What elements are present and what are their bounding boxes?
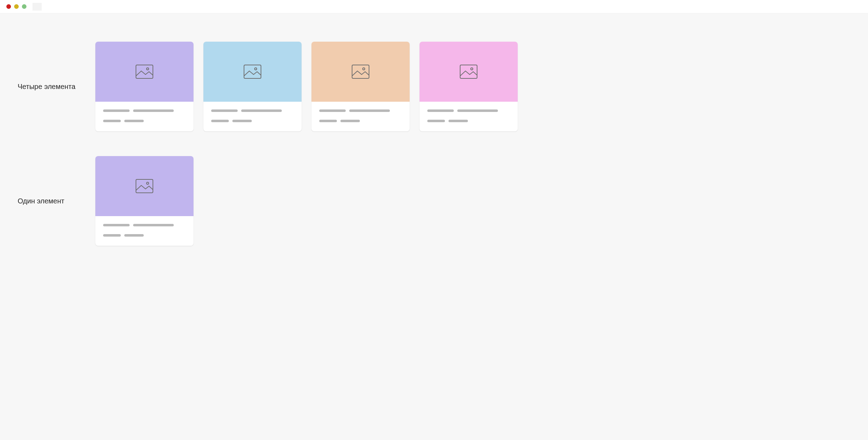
text-placeholder-line	[319, 109, 402, 112]
text-placeholder-bar	[427, 120, 445, 122]
text-placeholder-bar	[211, 120, 229, 122]
window-close-button[interactable]	[6, 4, 11, 9]
text-placeholder-line	[211, 120, 294, 122]
text-placeholder-bar	[319, 109, 346, 112]
text-placeholder-line	[427, 120, 510, 122]
text-placeholder-bar	[457, 109, 498, 112]
text-placeholder-bar	[319, 120, 337, 122]
svg-rect-8	[136, 179, 153, 193]
card-image-area	[311, 42, 410, 102]
svg-point-7	[471, 68, 473, 70]
text-placeholder-line	[103, 120, 186, 122]
svg-rect-4	[352, 65, 369, 78]
card-image-area	[420, 42, 518, 102]
card-image-area	[203, 42, 302, 102]
card-body	[95, 102, 194, 131]
image-placeholder-icon	[460, 65, 477, 79]
text-placeholder-bar	[133, 109, 174, 112]
canvas-area: Четыре элемента	[0, 13, 868, 440]
text-placeholder-bar	[103, 224, 130, 226]
svg-rect-0	[136, 65, 153, 78]
text-placeholder-bar	[124, 234, 144, 237]
text-placeholder-bar	[427, 109, 454, 112]
text-placeholder-bar	[241, 109, 282, 112]
svg-point-1	[147, 68, 149, 70]
text-placeholder-line	[319, 120, 402, 122]
card-body	[95, 216, 194, 246]
text-placeholder-bar	[232, 120, 252, 122]
text-placeholder-bar	[349, 109, 390, 112]
text-placeholder-bar	[448, 120, 468, 122]
image-placeholder-icon	[244, 65, 261, 79]
row-label: Четыре элемента	[14, 83, 95, 91]
card-image-area	[95, 42, 194, 102]
row-four-elements: Четыре элемента	[14, 42, 854, 131]
text-placeholder-line	[211, 109, 294, 112]
cards-container	[95, 156, 194, 246]
card[interactable]	[311, 42, 410, 131]
window-maximize-button[interactable]	[22, 4, 26, 9]
text-placeholder-bar	[340, 120, 360, 122]
row-one-element: Один элемент	[14, 156, 854, 246]
text-placeholder-bar	[211, 109, 238, 112]
text-placeholder-bar	[103, 234, 121, 237]
tab-stub	[32, 3, 42, 11]
card-image-area	[95, 156, 194, 216]
row-label: Один элемент	[14, 197, 95, 205]
image-placeholder-icon	[352, 65, 369, 79]
text-placeholder-bar	[124, 120, 144, 122]
card[interactable]	[95, 42, 194, 131]
svg-rect-2	[244, 65, 261, 78]
image-placeholder-icon	[136, 65, 153, 79]
text-placeholder-line	[427, 109, 510, 112]
window-minimize-button[interactable]	[14, 4, 19, 9]
card[interactable]	[203, 42, 302, 131]
card[interactable]	[95, 156, 194, 246]
svg-point-3	[255, 68, 257, 70]
text-placeholder-line	[103, 109, 186, 112]
text-placeholder-bar	[103, 120, 121, 122]
card-body	[311, 102, 410, 131]
card-body	[203, 102, 302, 131]
text-placeholder-line	[103, 224, 186, 226]
cards-container	[95, 42, 518, 131]
text-placeholder-bar	[133, 224, 174, 226]
window-chrome	[0, 0, 868, 13]
svg-rect-6	[460, 65, 477, 78]
text-placeholder-bar	[103, 109, 130, 112]
image-placeholder-icon	[136, 179, 153, 193]
svg-point-9	[147, 182, 149, 184]
text-placeholder-line	[103, 234, 186, 237]
card-body	[420, 102, 518, 131]
svg-point-5	[363, 68, 365, 70]
card[interactable]	[420, 42, 518, 131]
